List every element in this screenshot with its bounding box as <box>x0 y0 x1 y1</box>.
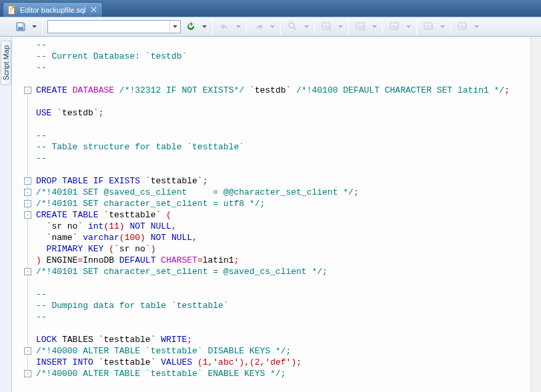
fold-toggle[interactable]: - <box>24 177 31 185</box>
fold-toggle[interactable]: - <box>24 370 31 377</box>
exec-sql-5-dropdown[interactable] <box>473 25 480 28</box>
fold-gutter[interactable]: -------- <box>12 37 33 392</box>
toolbar-sep <box>246 19 247 34</box>
toolbar-sep <box>416 19 417 34</box>
tab-editor-file[interactable]: Editor backupfile.sql <box>3 2 103 17</box>
fold-toggle[interactable]: - <box>24 189 31 196</box>
combo-dropdown-icon[interactable] <box>169 21 180 33</box>
undo-dropdown[interactable] <box>235 25 241 28</box>
redo-dropdown[interactable] <box>269 25 276 28</box>
vertical-scrollbar[interactable] <box>530 37 541 392</box>
exec-sql-4-dropdown[interactable] <box>439 25 446 28</box>
exec-sql-2-dropdown[interactable] <box>371 25 378 28</box>
svg-point-1 <box>7 25 8 26</box>
svg-point-3 <box>7 27 8 28</box>
fold-toggle[interactable]: - <box>24 211 31 219</box>
toolbar-sep <box>450 19 451 34</box>
toolbar-sep <box>314 19 315 34</box>
svg-point-6 <box>289 23 294 28</box>
svg-text:SQL: SQL <box>392 25 400 29</box>
schema-combo[interactable] <box>47 20 181 33</box>
exec-sql-5-button[interactable]: SQL <box>456 19 470 34</box>
fold-toggle[interactable]: - <box>24 87 31 94</box>
toolbar-sep <box>382 19 383 34</box>
svg-point-2 <box>7 27 8 27</box>
side-panel-tab[interactable]: Script Map <box>0 37 12 392</box>
refresh-button[interactable] <box>183 19 198 34</box>
toolbar-sep <box>42 19 43 34</box>
svg-text:SQL: SQL <box>426 25 434 29</box>
svg-text:SQL: SQL <box>358 25 366 29</box>
tab-close-icon[interactable] <box>89 5 98 15</box>
tab-title: Editor backupfile.sql <box>20 6 85 14</box>
side-panel-label: Script Map <box>1 41 11 85</box>
find-button[interactable] <box>286 19 300 34</box>
save-script-button[interactable] <box>13 19 28 34</box>
svg-text:SQL: SQL <box>460 25 468 29</box>
fold-toggle[interactable]: - <box>24 347 31 355</box>
schema-combo-input[interactable] <box>48 23 169 31</box>
exec-sql-3-dropdown[interactable] <box>405 25 412 28</box>
undo-button[interactable] <box>217 19 232 34</box>
fold-guide <box>27 219 28 260</box>
fold-toggle[interactable]: - <box>24 268 31 275</box>
exec-sql-4-button[interactable]: SQL <box>422 19 436 34</box>
sql-file-icon <box>7 5 17 15</box>
exec-sql-1-dropdown[interactable] <box>337 25 344 28</box>
code-area[interactable]: -- -- Current Database: `testdb` -- CREA… <box>33 37 530 392</box>
find-dropdown[interactable] <box>303 25 310 28</box>
exec-sql-1-button[interactable]: SQL <box>320 19 334 34</box>
toolbar-sep <box>348 19 349 34</box>
redo-button[interactable] <box>251 19 266 34</box>
svg-rect-5 <box>18 27 23 30</box>
toolbar-sep <box>280 19 281 34</box>
toolbar-handle[interactable] <box>4 25 11 28</box>
fold-toggle[interactable]: - <box>24 200 31 207</box>
toolbar-sep <box>212 19 213 34</box>
tab-bar: Editor backupfile.sql <box>0 0 541 17</box>
save-dropdown[interactable] <box>31 25 37 28</box>
svg-text:SQL: SQL <box>324 25 332 29</box>
editor-toolbar: SQL SQL SQL SQL SQL <box>0 17 541 37</box>
svg-rect-4 <box>18 23 22 26</box>
exec-sql-2-button[interactable]: SQL <box>354 19 368 34</box>
refresh-dropdown[interactable] <box>201 25 207 28</box>
exec-sql-3-button[interactable]: SQL <box>388 19 402 34</box>
code-editor[interactable]: -------- -- -- Current Database: `testdb… <box>12 37 541 392</box>
